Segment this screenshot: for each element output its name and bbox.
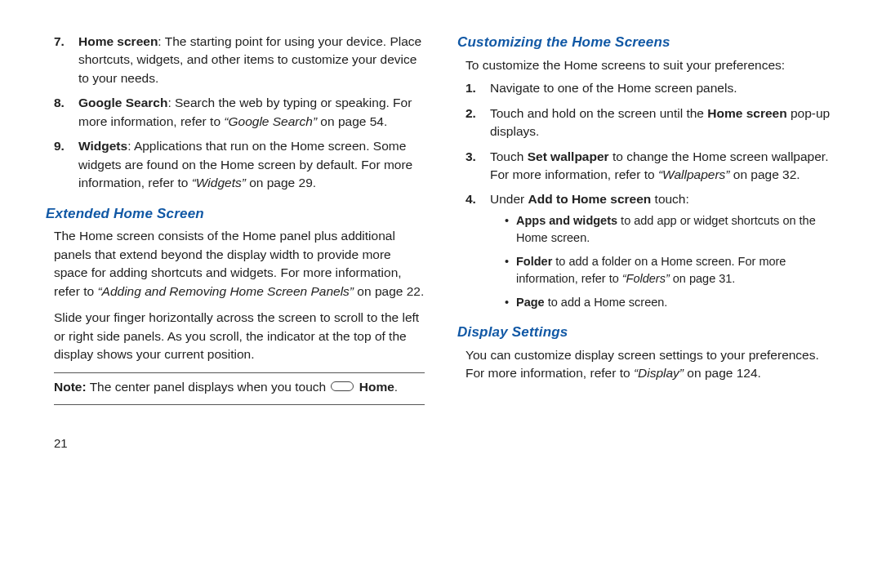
item-title: Google Search — [78, 96, 167, 109]
divider — [54, 404, 425, 405]
list-item: 3. Touch Set wallpaper to change the Hom… — [490, 148, 836, 185]
steps-list: 1. Navigate to one of the Home screen pa… — [490, 79, 836, 311]
body-text: on page 124. — [684, 366, 761, 380]
sub-list: Apps and widgets to add app or widget sh… — [505, 212, 836, 311]
section-heading-customizing: Customizing the Home Screens — [457, 33, 836, 53]
list-item: Apps and widgets to add app or widget sh… — [505, 212, 836, 247]
cross-reference: “Folders” — [622, 272, 670, 285]
step-text: Under — [490, 192, 528, 206]
item-number: 3. — [466, 148, 476, 166]
note-home-label: Home — [359, 380, 394, 394]
list-item: 9. Widgets: Applications that run on the… — [78, 137, 425, 192]
step-text: touch: — [651, 192, 689, 206]
step-text: Touch and hold on the screen until the — [490, 106, 707, 120]
note: Note: The center panel displays when you… — [54, 378, 425, 396]
list-item: Page to add a Home screen. — [505, 294, 836, 311]
cross-reference: “Display” — [634, 366, 684, 380]
manual-page: 7. Home screen: The starting point for u… — [0, 0, 882, 588]
item-desc: on page 29. — [246, 176, 316, 189]
left-column: 7. Home screen: The starting point for u… — [46, 33, 425, 580]
section-heading-display: Display Settings — [457, 323, 836, 343]
body-text: on page 22. — [354, 284, 424, 298]
cross-reference: “Adding and Removing Home Screen Panels” — [97, 284, 354, 298]
cross-reference: “Widgets” — [192, 176, 246, 189]
ui-term: Folder — [516, 255, 552, 268]
note-label: Note: — [54, 380, 87, 394]
item-number: 2. — [466, 105, 476, 122]
bullet-text: on page 31. — [670, 272, 736, 285]
right-column: Customizing the Home Screens To customiz… — [457, 33, 836, 580]
list-item: Folder to add a folder on a Home screen.… — [505, 253, 836, 287]
page-number: 21 — [54, 434, 425, 452]
paragraph: To customize the Home screens to suit yo… — [466, 56, 836, 74]
paragraph: Slide your finger horizontally across th… — [54, 309, 425, 363]
item-number: 9. — [54, 137, 65, 155]
ui-term: Page — [516, 296, 545, 309]
ui-term: Add to Home screen — [528, 192, 652, 206]
divider — [54, 372, 425, 373]
ui-term: Home screen — [707, 106, 786, 120]
paragraph: You can customize display screen setting… — [466, 346, 836, 383]
bullet-text: to add a Home screen. — [545, 296, 668, 309]
item-number: 8. — [54, 94, 65, 112]
item-number: 4. — [466, 190, 476, 208]
list-item: 4. Under Add to Home screen touch: Apps … — [490, 190, 836, 311]
cross-reference: “Wallpapers” — [658, 167, 730, 181]
home-button-icon — [331, 381, 354, 391]
item-desc: on page 54. — [317, 114, 387, 128]
feature-list: 7. Home screen: The starting point for u… — [78, 33, 425, 193]
step-text: Touch — [490, 149, 528, 163]
cross-reference: “Google Search” — [224, 114, 317, 128]
list-item: 2. Touch and hold on the screen until th… — [490, 105, 836, 141]
step-text: Navigate to one of the Home screen panel… — [490, 81, 737, 95]
item-number: 7. — [54, 33, 65, 51]
note-text: . — [394, 380, 398, 394]
item-number: 1. — [466, 79, 476, 97]
section-heading-extended: Extended Home Screen — [46, 204, 425, 225]
list-item: 7. Home screen: The starting point for u… — [78, 33, 425, 87]
ui-term: Apps and widgets — [516, 214, 617, 227]
list-item: 1. Navigate to one of the Home screen pa… — [490, 79, 836, 97]
step-text: on page 32. — [729, 167, 800, 181]
item-title: Home screen — [78, 34, 158, 48]
note-text: The center panel displays when you touch — [87, 380, 330, 394]
list-item: 8. Google Search: Search the web by typi… — [78, 94, 425, 131]
ui-term: Set wallpaper — [528, 149, 609, 163]
item-title: Widgets — [78, 139, 127, 153]
paragraph: The Home screen consists of the Home pan… — [54, 227, 425, 301]
